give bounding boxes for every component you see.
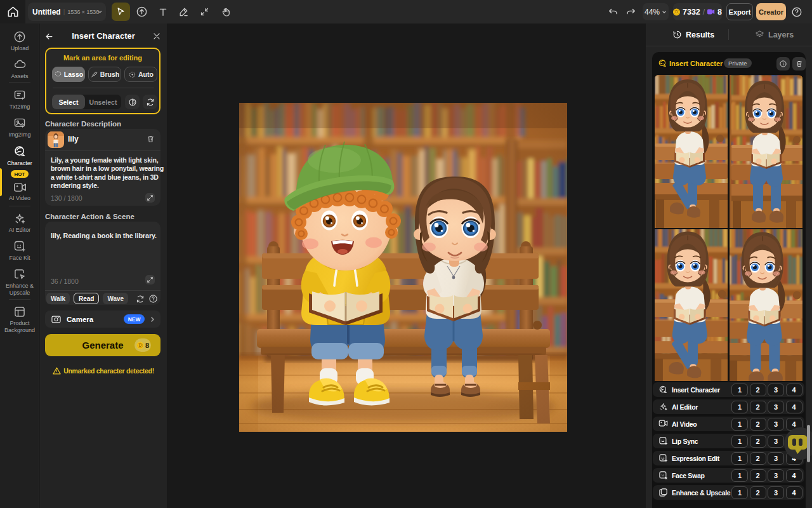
svg-text:D: D [139, 343, 142, 347]
svg-text:D: D [675, 10, 678, 14]
